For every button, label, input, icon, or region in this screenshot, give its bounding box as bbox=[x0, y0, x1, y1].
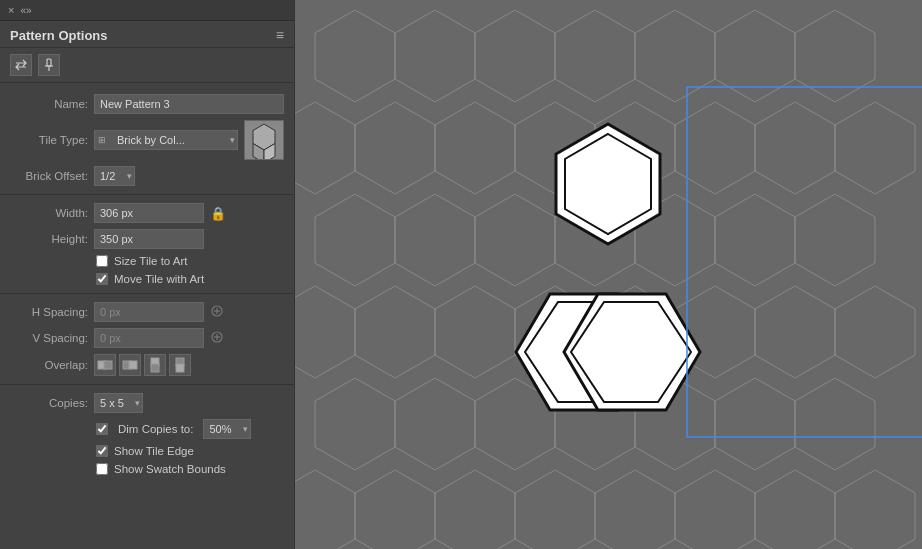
svg-rect-19 bbox=[176, 364, 184, 372]
copies-label: Copies: bbox=[10, 397, 88, 409]
width-label: Width: bbox=[10, 207, 88, 219]
pin-icon-button[interactable] bbox=[38, 54, 60, 76]
size-tile-checkbox[interactable] bbox=[96, 255, 108, 267]
dim-copies-value-wrapper: 50% 25% 75% bbox=[203, 419, 251, 439]
overlap-buttons bbox=[94, 354, 191, 376]
tile-thumbnail bbox=[244, 120, 284, 160]
move-tile-checkbox[interactable] bbox=[96, 273, 108, 285]
copies-select-wrapper: 5 x 5 3 x 3 1 x 1 7 x 7 bbox=[94, 393, 143, 413]
overlap-btn-3[interactable] bbox=[144, 354, 166, 376]
h-spacing-label: H Spacing: bbox=[10, 306, 88, 318]
tile-type-select-wrapper: ⊞ Brick by Col... Grid Brick by Row Hex … bbox=[94, 130, 238, 150]
show-tile-edge-row: Show Tile Edge bbox=[0, 442, 294, 460]
svg-rect-17 bbox=[151, 364, 159, 372]
panel-content: Name: Tile Type: ⊞ Brick by Col... Grid … bbox=[0, 83, 294, 549]
divider-1 bbox=[0, 194, 294, 195]
panel-icons-row bbox=[0, 48, 294, 83]
swap-icon-button[interactable] bbox=[10, 54, 32, 76]
copies-row: Copies: 5 x 5 3 x 3 1 x 1 7 x 7 bbox=[0, 390, 294, 416]
overlap-btn-4[interactable] bbox=[169, 354, 191, 376]
svg-rect-0 bbox=[47, 59, 51, 66]
tile-type-label: Tile Type: bbox=[10, 134, 88, 146]
pattern-svg bbox=[295, 0, 922, 549]
divider-3 bbox=[0, 384, 294, 385]
v-spacing-label: V Spacing: bbox=[10, 332, 88, 344]
titlebar-left: × «» bbox=[8, 4, 32, 16]
height-input[interactable] bbox=[94, 229, 204, 249]
dim-copies-row: Dim Copies to: 50% 25% 75% bbox=[0, 416, 294, 442]
svg-rect-15 bbox=[129, 361, 137, 369]
size-tile-label: Size Tile to Art bbox=[114, 255, 188, 267]
size-tile-row: Size Tile to Art bbox=[0, 252, 294, 270]
pattern-options-panel: × «» Pattern Options ≡ Name: bbox=[0, 0, 295, 549]
tile-type-select[interactable]: Brick by Col... Grid Brick by Row Hex by… bbox=[94, 130, 238, 150]
v-spacing-row: V Spacing: bbox=[0, 325, 294, 351]
dim-copies-select[interactable]: 50% 25% 75% bbox=[203, 419, 251, 439]
dim-copies-checkbox[interactable] bbox=[96, 423, 108, 435]
tile-type-row: Tile Type: ⊞ Brick by Col... Grid Brick … bbox=[0, 117, 294, 163]
move-tile-row: Move Tile with Art bbox=[0, 270, 294, 288]
height-row: Height: bbox=[0, 226, 294, 252]
move-tile-label: Move Tile with Art bbox=[114, 273, 204, 285]
panel-title: Pattern Options bbox=[10, 28, 108, 43]
brick-offset-select-wrapper: 1/2 1/3 1/4 bbox=[94, 166, 135, 186]
copies-select[interactable]: 5 x 5 3 x 3 1 x 1 7 x 7 bbox=[94, 393, 143, 413]
panel-header: Pattern Options ≡ bbox=[0, 21, 294, 48]
svg-rect-13 bbox=[104, 361, 112, 369]
overlap-label: Overlap: bbox=[10, 359, 88, 371]
brick-offset-select[interactable]: 1/2 1/3 1/4 bbox=[94, 166, 135, 186]
panel-menu-icon[interactable]: ≡ bbox=[276, 27, 284, 43]
h-spacing-lock-icon bbox=[210, 304, 224, 321]
v-spacing-lock-icon bbox=[210, 330, 224, 347]
divider-2 bbox=[0, 293, 294, 294]
overlap-btn-1[interactable] bbox=[94, 354, 116, 376]
canvas-area bbox=[295, 0, 922, 549]
dim-copies-label: Dim Copies to: bbox=[118, 423, 193, 435]
overlap-btn-2[interactable] bbox=[119, 354, 141, 376]
name-label: Name: bbox=[10, 98, 88, 110]
h-spacing-input[interactable] bbox=[94, 302, 204, 322]
show-tile-edge-label: Show Tile Edge bbox=[114, 445, 194, 457]
h-spacing-row: H Spacing: bbox=[0, 299, 294, 325]
width-row: Width: 🔒 bbox=[0, 200, 294, 226]
panel-collapse-button[interactable]: «» bbox=[20, 5, 31, 16]
show-swatch-bounds-label: Show Swatch Bounds bbox=[114, 463, 226, 475]
name-row: Name: bbox=[0, 91, 294, 117]
panel-titlebar: × «» bbox=[0, 0, 294, 21]
panel-close-button[interactable]: × bbox=[8, 4, 14, 16]
height-label: Height: bbox=[10, 233, 88, 245]
overlap-row: Overlap: bbox=[0, 351, 294, 379]
width-input[interactable] bbox=[94, 203, 204, 223]
brick-offset-label: Brick Offset: bbox=[10, 170, 88, 182]
show-tile-edge-checkbox[interactable] bbox=[96, 445, 108, 457]
lock-icon: 🔒 bbox=[210, 206, 226, 221]
v-spacing-input[interactable] bbox=[94, 328, 204, 348]
name-input[interactable] bbox=[94, 94, 284, 114]
show-swatch-bounds-checkbox[interactable] bbox=[96, 463, 108, 475]
brick-offset-row: Brick Offset: 1/2 1/3 1/4 bbox=[0, 163, 294, 189]
show-swatch-bounds-row: Show Swatch Bounds bbox=[0, 460, 294, 478]
